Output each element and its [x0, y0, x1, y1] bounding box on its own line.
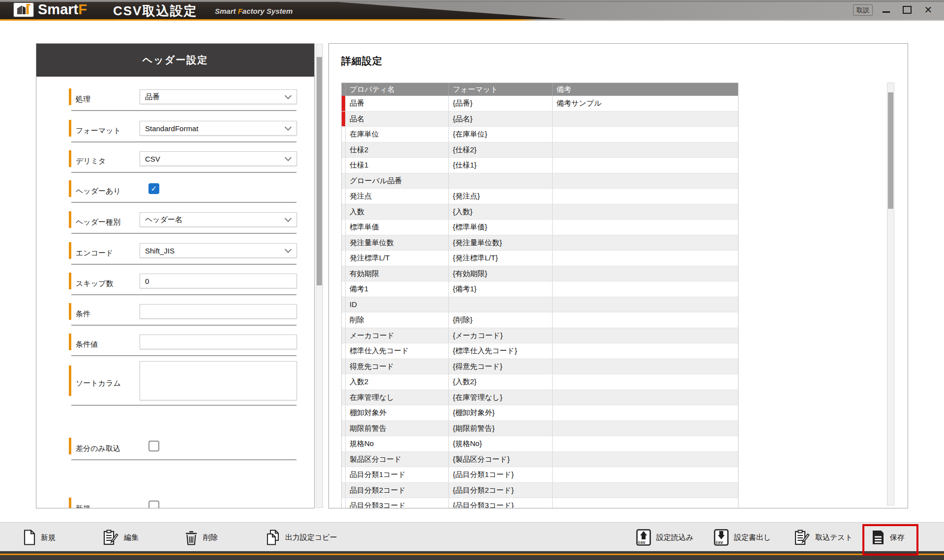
header-type-select[interactable]: ヘッダー名: [140, 212, 297, 227]
sort-column-textarea[interactable]: [140, 361, 297, 400]
format-select[interactable]: StandardFormat: [140, 121, 297, 136]
note-cell: [553, 251, 738, 266]
delete-button[interactable]: 削除: [184, 529, 218, 546]
format-cell: {発注点}: [449, 189, 553, 204]
chevron-down-icon: [285, 246, 292, 253]
detail-settings-panel: 詳細設定 プロパティ名 フォーマット 備考 品番{品番}備考サンプル品名{品名}…: [328, 43, 908, 508]
note-cell: [553, 452, 738, 467]
property-cell: 品目分類2コード: [346, 483, 449, 498]
new-button[interactable]: 新規: [23, 529, 56, 546]
import-test-button[interactable]: 取込テスト: [795, 529, 853, 546]
note-cell: [553, 421, 738, 436]
table-row[interactable]: 規格No{規格No}: [342, 436, 738, 452]
row-gutter: [342, 390, 346, 405]
row-gutter: [342, 328, 346, 343]
left-panel-scrollbar[interactable]: [316, 44, 323, 508]
table-row[interactable]: 入数{入数}: [342, 204, 738, 220]
load-settings-button[interactable]: csv設定読込み: [636, 529, 693, 546]
table-row[interactable]: 発注量単位数{発注量単位数}: [342, 235, 738, 251]
titlebar: SmartF CSV取込設定 Smart Factory System 取説 ✕: [0, 0, 944, 19]
edit-button[interactable]: 編集: [103, 529, 139, 546]
export-settings-button[interactable]: csv設定書出し: [713, 529, 771, 546]
format-cell: {備考1}: [449, 281, 553, 297]
table-row[interactable]: 入数2{入数2}: [342, 374, 738, 390]
table-row[interactable]: 品目分類1コード{品目分類1コード}: [342, 467, 738, 483]
skip-count-input[interactable]: 0: [140, 274, 297, 288]
table-row[interactable]: 在庫管理なし{在庫管理なし}: [342, 390, 738, 406]
left-panel-scrollbar-thumb[interactable]: [317, 57, 322, 285]
table-row[interactable]: 品目分類2コード{品目分類2コード}: [342, 483, 738, 499]
toolbar-button-label: 設定書出し: [734, 533, 771, 542]
note-cell: [553, 343, 738, 359]
row-gutter: [342, 359, 346, 374]
process-select[interactable]: 品番: [140, 89, 297, 104]
minimize-button[interactable]: [878, 0, 894, 19]
format-cell: {期限前警告}: [449, 421, 553, 436]
note-cell: [553, 467, 738, 482]
format-cell: {標準仕入先コード}: [449, 343, 553, 359]
bottom-toolbar: 新規編集削除出力設定コピーcsv設定読込みcsv設定書出し取込テスト保存: [0, 522, 944, 551]
table-row[interactable]: 期限前警告{期限前警告}: [342, 421, 738, 437]
note-cell: [553, 173, 738, 189]
table-row[interactable]: 製品区分コード{製品区分コード}: [342, 452, 738, 468]
encoding-select[interactable]: Shift_JIS: [140, 243, 297, 258]
right-panel-scrollbar-thumb[interactable]: [888, 92, 893, 209]
delimiter-select[interactable]: CSV: [140, 151, 297, 166]
row-gutter: [342, 374, 346, 390]
select-value: StandardFormat: [145, 124, 198, 133]
table-row[interactable]: 品番{品番}備考サンプル: [342, 96, 738, 112]
table-row[interactable]: 発注点{発注点}: [342, 189, 738, 204]
row-gutter: [342, 281, 346, 297]
table-row[interactable]: 在庫単位{在庫単位}: [342, 127, 738, 142]
table-row[interactable]: 標準仕入先コード{標準仕入先コード}: [342, 343, 738, 359]
property-cell: 期限前警告: [346, 421, 449, 436]
table-header-row: プロパティ名 フォーマット 備考: [342, 83, 738, 96]
table-row[interactable]: 削除{削除}: [342, 312, 738, 328]
has-header-checkbox[interactable]: ✓: [148, 183, 159, 194]
diff-only-checkbox[interactable]: [148, 441, 159, 451]
property-cell: メーカコード: [346, 328, 449, 343]
table-row[interactable]: 仕様1{仕様1}: [342, 158, 738, 173]
table-row[interactable]: メーカコード{メーカコード}: [342, 328, 738, 344]
manual-button[interactable]: 取説: [853, 4, 873, 16]
row-gutter: [342, 483, 346, 498]
condition-input[interactable]: [140, 304, 297, 319]
note-cell: [553, 328, 738, 343]
note-cell: [553, 266, 738, 281]
table-row[interactable]: 棚卸対象外{棚卸対象外}: [342, 405, 738, 421]
format-cell: {入数2}: [449, 374, 553, 390]
property-cell: 品目分類3コード: [346, 498, 449, 508]
select-value: Shift_JIS: [145, 247, 175, 255]
close-button[interactable]: ✕: [920, 0, 937, 19]
table-row[interactable]: 仕様2{仕様2}: [342, 142, 738, 158]
field-accent-bar: [69, 303, 71, 320]
field-accent-bar: [69, 88, 71, 105]
note-cell: [553, 297, 738, 312]
table-row[interactable]: 得意先コード{得意先コード}: [342, 359, 738, 375]
table-row[interactable]: 品名{品名}: [342, 112, 738, 127]
note-cell: [553, 405, 738, 420]
property-cell: 入数2: [346, 374, 449, 390]
property-cell: 在庫単位: [346, 127, 449, 142]
table-row[interactable]: 品目分類3コード{品目分類3コード}: [342, 498, 738, 508]
note-cell: 備考サンプル: [553, 96, 738, 111]
right-panel-scrollbar[interactable]: [887, 83, 894, 505]
new-doc-icon: [23, 530, 36, 545]
table-row[interactable]: 発注標準L/T{発注標準L/T}: [342, 251, 738, 266]
format-cell: {削除}: [449, 312, 553, 328]
table-row[interactable]: 有効期限{有効期限}: [342, 266, 738, 282]
clipped-bottom-checkbox[interactable]: [148, 501, 159, 508]
row-gutter: [342, 467, 346, 482]
property-cell: 在庫管理なし: [346, 390, 449, 405]
table-row[interactable]: 備考1{備考1}: [342, 281, 738, 297]
copy-output-settings-button[interactable]: 出力設定コピー: [266, 529, 337, 546]
csv-import-settings-window: SmartF CSV取込設定 Smart Factory System 取説 ✕…: [0, 0, 944, 560]
note-cell: [553, 359, 738, 374]
table-row[interactable]: 標準単価{標準単価}: [342, 220, 738, 235]
table-row[interactable]: ID: [342, 297, 738, 313]
condition-value-input[interactable]: [140, 335, 297, 349]
maximize-button[interactable]: [899, 0, 915, 19]
row-gutter: [342, 343, 346, 359]
form-row: 差分のみ取込: [36, 424, 314, 473]
table-row[interactable]: グローバル品番: [342, 173, 738, 189]
